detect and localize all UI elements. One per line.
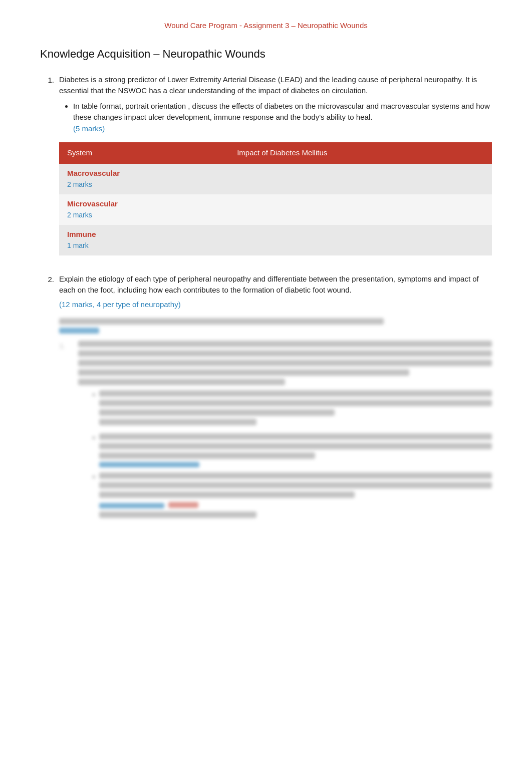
- table-row-microvascular: Microvascular 2 marks: [59, 194, 492, 225]
- table-col-impact: Impact of Diabetes Mellitus: [229, 142, 492, 164]
- header-title: Wound Care Program - Assignment 3 – Neur…: [40, 20, 492, 32]
- microvascular-impact-content: [237, 198, 484, 216]
- table-cell-microvascular-system: Microvascular 2 marks: [59, 194, 229, 225]
- table-cell-macrovascular-impact: [229, 164, 492, 194]
- question-2-text: Explain the etiology of each type of per…: [59, 274, 492, 296]
- page-heading: Knowledge Acquisition – Neuropathic Woun…: [40, 46, 492, 62]
- question-2-content: Explain the etiology of each type of per…: [59, 274, 492, 536]
- question-1-content: Diabetes is a strong predictor of Lower …: [59, 74, 492, 259]
- questions-list: 1. Diabetes is a strong predictor of Low…: [40, 74, 492, 536]
- macrovascular-marks: 2 marks: [67, 180, 92, 188]
- question-1-sub-item: In table format, portrait orientation , …: [73, 101, 492, 135]
- impact-table: System Impact of Diabetes Mellitus Macro…: [59, 142, 492, 255]
- page-header: Wound Care Program - Assignment 3 – Neur…: [40, 20, 492, 32]
- question-1-sub-text: In table format, portrait orientation , …: [73, 102, 490, 122]
- table-col-system: System: [59, 142, 229, 164]
- table-cell-immune-system: Immune 1 mark: [59, 225, 229, 255]
- question-1-marks: (5 marks): [73, 124, 105, 133]
- microvascular-label: Microvascular: [67, 199, 118, 208]
- immune-marks: 1 mark: [67, 241, 89, 249]
- macrovascular-label: Macrovascular: [67, 169, 120, 177]
- question-1-text: Diabetes is a strong predictor of Lower …: [59, 74, 492, 97]
- table-header-row: System Impact of Diabetes Mellitus: [59, 142, 492, 164]
- table-cell-immune-impact: [229, 225, 492, 255]
- table-row-immune: Immune 1 mark: [59, 225, 492, 255]
- question-2: 2. Explain the etiology of each type of …: [40, 274, 492, 536]
- table-cell-macrovascular-system: Macrovascular 2 marks: [59, 164, 229, 194]
- microvascular-marks: 2 marks: [67, 211, 92, 219]
- question-1-sub-list: In table format, portrait orientation , …: [59, 101, 492, 135]
- macrovascular-impact-content: [237, 168, 484, 186]
- question-1: 1. Diabetes is a strong predictor of Low…: [40, 74, 492, 259]
- list-number-2: 2.: [40, 274, 54, 536]
- blurred-content: 3.: [59, 318, 492, 526]
- list-number-1: 1.: [40, 74, 54, 259]
- question-2-marks: (12 marks, 4 per type of neuropathy): [59, 299, 492, 311]
- immune-impact-content: [237, 229, 484, 247]
- table-row-macrovascular: Macrovascular 2 marks: [59, 164, 492, 194]
- immune-label: Immune: [67, 230, 96, 238]
- table-cell-microvascular-impact: [229, 194, 492, 225]
